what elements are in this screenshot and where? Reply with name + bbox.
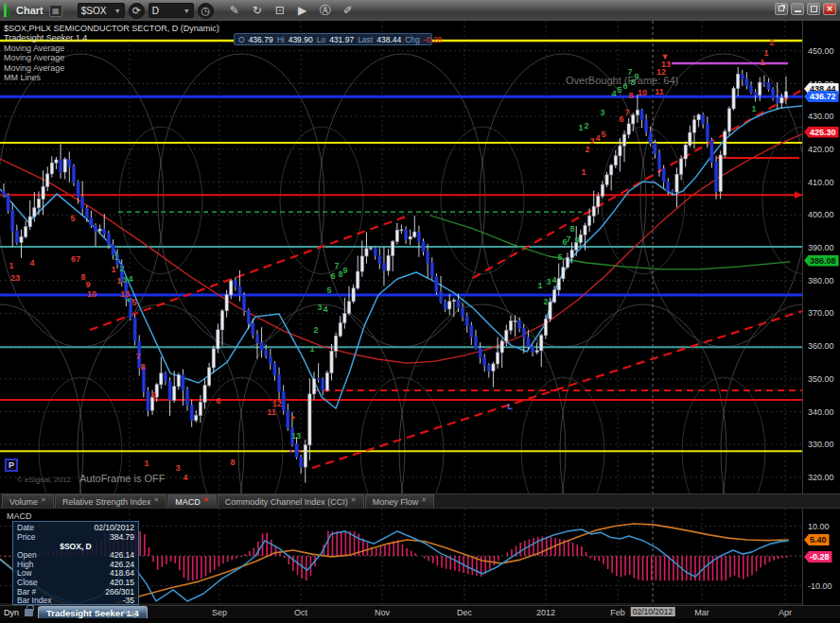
chart-menu-icon[interactable]: ▦ [49,5,62,17]
svg-text:L: L [507,402,513,411]
price-badge: 436.72 [804,91,839,102]
close-icon[interactable]: ✕ [421,496,427,504]
high-value: 439.90 [289,35,313,44]
equalizer-icon [4,4,10,17]
svg-text:10: 10 [87,289,96,299]
svg-text:1: 1 [144,459,149,468]
svg-text:9: 9 [85,280,90,289]
price-badge: 425.30 [804,127,839,138]
legend-line: Moving Average [4,53,64,62]
p-badge[interactable]: P [5,459,18,472]
svg-text:4: 4 [128,274,132,284]
close-icon[interactable]: ✕ [351,496,357,504]
tab-volume[interactable]: Volume✕ [2,494,54,508]
price-tick-label: 420.00 [808,145,834,154]
svg-text:1: 1 [760,58,764,67]
tab-money-flow[interactable]: Money Flow✕ [365,494,434,508]
svg-text:8: 8 [628,91,633,100]
svg-text:5: 5 [601,130,605,139]
main-chart-area[interactable]: 142356789101113578961211*134812345678101… [0,21,802,493]
redo-icon[interactable]: ↻ [248,4,267,17]
tab-macd[interactable]: MACD✕ [167,494,216,508]
legend-line: Moving Average [4,43,64,53]
svg-text:5: 5 [617,85,621,95]
svg-text:1: 1 [763,48,768,58]
month-label: Nov [375,608,390,617]
price-badge: 386.08 [804,255,839,267]
time-axis[interactable]: Dyn Tradesight Seeker 1.4 02/10/2012 Aug… [0,605,840,618]
autoframe-label: AutoFrame is OFF [79,473,165,484]
tab-label: Commodity Channel Index (CCI) [225,497,348,507]
price-tick-label: 370.00 [808,308,834,318]
dyn-label: Dyn [4,608,19,617]
close-icon[interactable]: ✕ [203,496,209,504]
month-label: Sep [212,608,227,617]
svg-text:1: 1 [578,123,583,132]
svg-text:2: 2 [584,121,588,130]
close-icon[interactable]: ✕ [153,496,159,504]
price-tick-label: 430.00 [808,112,834,121]
monitor-icon[interactable]: ⊡ [271,4,289,17]
svg-text:7: 7 [624,108,629,117]
month-label: Apr [779,608,792,617]
month-label: Feb [610,608,625,617]
svg-text:9: 9 [574,235,579,245]
svg-text:1: 1 [9,261,13,270]
legend-line: Tradesight Seeker 1.4 [4,33,87,43]
svg-text:9: 9 [151,390,156,400]
tab-commodity-channel-index-cci-[interactable]: Commodity Channel Index (CCI)✕ [218,494,364,508]
legend-line: $SOX,PHLX SEMICONDUCTOR SECTOR, D (Dynam… [4,24,219,33]
svg-text:3: 3 [122,275,127,285]
lock-icon[interactable] [25,609,33,616]
tab-label: Money Flow [373,497,419,507]
month-label: Aug [122,608,137,617]
month-label: Mar [694,608,709,617]
svg-text:8: 8 [230,458,235,467]
svg-text:3: 3 [175,463,180,473]
svg-text:2: 2 [585,145,589,154]
svg-text:1: 1 [309,344,314,354]
legend-line: Moving Average [4,63,64,73]
indicator-tabs: Volume✕Relative Strength Index✕MACD✕Comm… [0,493,840,509]
close-icon[interactable]: ✕ [41,496,46,504]
svg-text:11: 11 [267,407,276,417]
maximize-button[interactable] [807,3,820,15]
low-label: Lo [317,35,325,44]
month-label: Oct [294,608,307,617]
tab-relative-strength-index[interactable]: Relative Strength Index✕ [55,494,166,508]
sync-icon[interactable]: ⟳ [129,3,145,19]
svg-text:4: 4 [551,275,556,285]
clock-icon[interactable]: ◷ [198,3,214,19]
svg-text:5: 5 [70,214,75,223]
svg-text:1: 1 [581,167,586,177]
svg-text:4: 4 [611,89,616,98]
price-axis[interactable]: 450.00440.00430.00420.00410.00400.00390.… [802,21,840,493]
svg-text:13: 13 [291,431,301,441]
tab-label: Relative Strength Index [62,497,151,507]
svg-text:3: 3 [317,303,322,312]
symbol-dropdown[interactable]: $SOX ▼ [78,3,125,18]
price-tick-label: 320.00 [808,473,834,482]
restore-button[interactable] [775,3,788,15]
change-value: -0.20 [424,35,442,44]
low-value: 431.97 [329,35,354,44]
interval-dropdown[interactable]: D ▼ [149,3,194,18]
svg-text:7: 7 [135,352,140,361]
svg-text:1: 1 [111,265,115,274]
macd-axis[interactable]: 10.00-10.005.40-0.28 [802,509,840,605]
circle-a-icon[interactable]: Ⓐ [316,3,335,19]
svg-text:23: 23 [10,273,20,283]
month-label: 2012 [536,608,555,617]
minimize-button[interactable] [791,3,804,15]
pencil-icon[interactable]: ✎ [225,4,244,17]
copyright-label: © eSignal, 2012 [17,476,71,484]
marker-icon[interactable]: ✐ [339,4,358,17]
footer-strip [0,618,840,623]
play-icon[interactable]: ▶ [293,4,312,17]
price-tick-label: 450.00 [808,46,834,56]
macd-tick-label: 10.00 [808,522,830,531]
svg-text:+: + [126,296,131,305]
close-button[interactable]: ✕ [823,3,836,15]
svg-text:6: 6 [330,271,335,281]
svg-text:5: 5 [557,252,562,262]
